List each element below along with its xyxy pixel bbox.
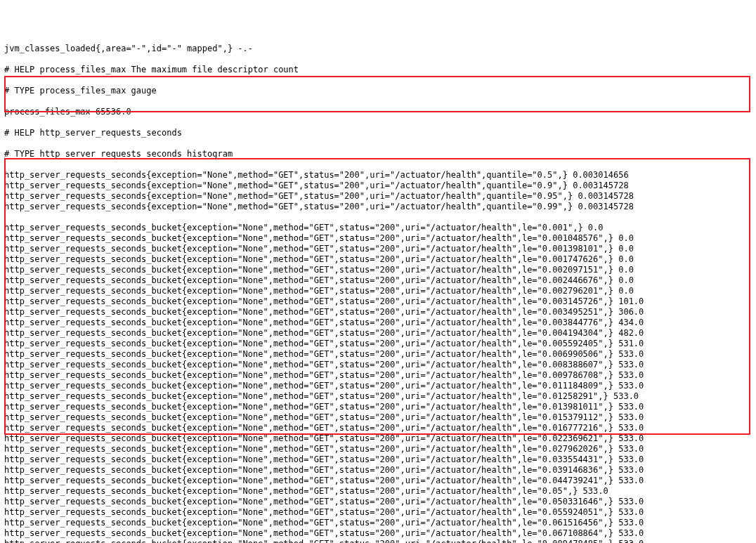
type-process-files-max: # TYPE process_files_max gauge	[4, 86, 752, 96]
bucket-line: http_server_requests_seconds_bucket{exce…	[4, 244, 752, 254]
bucket-line: http_server_requests_seconds_bucket{exce…	[4, 296, 752, 307]
bucket-block: http_server_requests_seconds_bucket{exce…	[4, 223, 752, 543]
bucket-line: http_server_requests_seconds_bucket{exce…	[4, 233, 752, 244]
quantile-block: http_server_requests_seconds{exception="…	[4, 170, 752, 212]
bucket-line: http_server_requests_seconds_bucket{exce…	[4, 370, 752, 381]
bucket-line: http_server_requests_seconds_bucket{exce…	[4, 223, 752, 233]
type-http-server-requests: # TYPE http_server_requests_seconds hist…	[4, 149, 752, 159]
quantile-line: http_server_requests_seconds{exception="…	[4, 170, 752, 181]
bucket-line: http_server_requests_seconds_bucket{exce…	[4, 360, 752, 370]
bucket-line: http_server_requests_seconds_bucket{exce…	[4, 433, 752, 444]
bucket-line: http_server_requests_seconds_bucket{exce…	[4, 275, 752, 286]
truncated-top-line: jvm_classes_loaded{,area="-",id="-" mapp…	[4, 44, 752, 54]
bucket-line: http_server_requests_seconds_bucket{exce…	[4, 286, 752, 296]
bucket-line: http_server_requests_seconds_bucket{exce…	[4, 391, 752, 402]
quantile-line: http_server_requests_seconds{exception="…	[4, 191, 752, 202]
bucket-line: http_server_requests_seconds_bucket{exce…	[4, 318, 752, 328]
bucket-line: http_server_requests_seconds_bucket{exce…	[4, 265, 752, 275]
bucket-line: http_server_requests_seconds_bucket{exce…	[4, 476, 752, 486]
quantile-line: http_server_requests_seconds{exception="…	[4, 202, 752, 212]
bucket-line: http_server_requests_seconds_bucket{exce…	[4, 381, 752, 391]
bucket-line: http_server_requests_seconds_bucket{exce…	[4, 339, 752, 349]
bucket-line: http_server_requests_seconds_bucket{exce…	[4, 349, 752, 360]
bucket-line: http_server_requests_seconds_bucket{exce…	[4, 402, 752, 412]
bucket-line: http_server_requests_seconds_bucket{exce…	[4, 307, 752, 318]
bucket-line: http_server_requests_seconds_bucket{exce…	[4, 528, 752, 539]
bucket-line: http_server_requests_seconds_bucket{exce…	[4, 412, 752, 423]
bucket-line: http_server_requests_seconds_bucket{exce…	[4, 497, 752, 507]
bucket-line: http_server_requests_seconds_bucket{exce…	[4, 423, 752, 433]
bucket-line: http_server_requests_seconds_bucket{exce…	[4, 486, 752, 497]
bucket-line: http_server_requests_seconds_bucket{exce…	[4, 539, 752, 543]
quantile-line: http_server_requests_seconds{exception="…	[4, 181, 752, 191]
bucket-line: http_server_requests_seconds_bucket{exce…	[4, 507, 752, 518]
bucket-line: http_server_requests_seconds_bucket{exce…	[4, 518, 752, 528]
bucket-line: http_server_requests_seconds_bucket{exce…	[4, 465, 752, 476]
process-files-max-value: process_files_max 65536.0	[4, 107, 752, 117]
bucket-line: http_server_requests_seconds_bucket{exce…	[4, 254, 752, 265]
help-process-files-max: # HELP process_files_max The maximum fil…	[4, 65, 752, 75]
bucket-line: http_server_requests_seconds_bucket{exce…	[4, 454, 752, 465]
bucket-line: http_server_requests_seconds_bucket{exce…	[4, 328, 752, 339]
bucket-line: http_server_requests_seconds_bucket{exce…	[4, 444, 752, 454]
help-http-server-requests: # HELP http_server_requests_seconds	[4, 128, 752, 138]
